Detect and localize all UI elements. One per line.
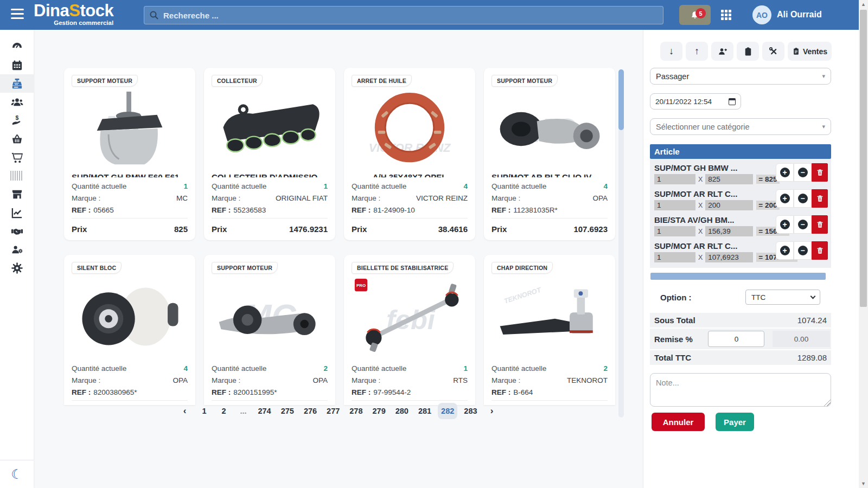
sidebar-item-statistics[interactable] bbox=[0, 203, 34, 222]
cart-item-qty-input[interactable] bbox=[654, 200, 695, 210]
pagination-page[interactable]: 274 bbox=[254, 403, 274, 419]
note-input[interactable] bbox=[650, 373, 831, 407]
decrement-button[interactable]: − bbox=[794, 163, 812, 182]
grid-scrollbar[interactable] bbox=[618, 69, 624, 418]
clipboard-icon bbox=[743, 47, 753, 56]
product-card[interactable]: COLLECTEUR COLLECTEUR D'ADMISSION FIAT .… bbox=[204, 68, 335, 240]
chevron-down-icon: ▾ bbox=[822, 123, 825, 130]
product-ref: 05665 bbox=[93, 206, 114, 214]
page-scrollbar[interactable]: ▲ ▼ bbox=[859, 0, 868, 488]
increment-button[interactable]: + bbox=[776, 189, 794, 208]
pagination-page[interactable]: 280 bbox=[392, 403, 412, 419]
product-card[interactable]: BIELLETTE DE STABILISATRICE febiPRO BIE/… bbox=[344, 255, 475, 405]
pagination-page[interactable]: 275 bbox=[278, 403, 297, 419]
product-brand: VICTOR REINZ bbox=[416, 194, 468, 202]
cart-item-price-input[interactable] bbox=[705, 226, 753, 236]
increment-button[interactable]: + bbox=[776, 163, 794, 182]
sidebar-item-customers[interactable] bbox=[0, 93, 34, 111]
scroll-up-icon[interactable]: ▲ bbox=[859, 0, 868, 9]
cart-item-name: SUP/MOT AR RLT C... bbox=[654, 189, 771, 198]
category-select[interactable]: Sélectionner une catégorie▾ bbox=[650, 118, 831, 135]
user-name[interactable]: Ali Ourraid bbox=[777, 10, 822, 20]
option-select[interactable]: TTC bbox=[745, 290, 820, 305]
product-image: MC bbox=[492, 89, 608, 169]
add-customer-button[interactable] bbox=[711, 42, 733, 61]
decrement-button[interactable]: − bbox=[794, 241, 812, 260]
sidebar-item-cash-register[interactable] bbox=[0, 74, 34, 93]
pagination-page[interactable]: 279 bbox=[369, 403, 389, 419]
pagination-page-active[interactable]: 282 bbox=[438, 403, 457, 419]
pagination-page[interactable]: 281 bbox=[415, 403, 435, 419]
product-image: MC bbox=[212, 276, 328, 356]
product-card[interactable]: SILENT BLOC febi S/B ESSIEU RLT TWINGO N… bbox=[64, 255, 195, 405]
decrement-button[interactable]: − bbox=[794, 189, 812, 208]
delete-item-button[interactable] bbox=[812, 215, 828, 234]
notifications-button[interactable]: 5 bbox=[679, 5, 711, 25]
increment-button[interactable]: + bbox=[776, 215, 794, 234]
cart-item-qty-input[interactable] bbox=[654, 174, 695, 184]
product-quantity: 2 bbox=[323, 364, 328, 373]
sidebar-item-store[interactable] bbox=[0, 185, 34, 203]
menu-icon[interactable] bbox=[11, 9, 25, 21]
cart-item-price-input[interactable] bbox=[705, 174, 753, 184]
pagination-page[interactable]: 283 bbox=[461, 403, 480, 419]
page-scrollbar-thumb[interactable] bbox=[860, 10, 867, 307]
dark-mode-icon[interactable]: ☾ bbox=[11, 468, 23, 481]
cart-item-qty-input[interactable] bbox=[654, 226, 695, 236]
product-card[interactable]: ARRET DE HUILE VICTOR REINZ A/H 35X48X7 … bbox=[344, 68, 475, 240]
grid-scrollbar-thumb[interactable] bbox=[618, 69, 624, 130]
sidebar-item-cart[interactable] bbox=[0, 148, 34, 166]
sidebar-item-payments[interactable]: $ bbox=[0, 111, 34, 130]
clipboard-button[interactable] bbox=[737, 42, 759, 61]
sidebar-item-settings[interactable] bbox=[0, 259, 34, 277]
customer-select[interactable]: Passager▾ bbox=[650, 68, 831, 85]
pagination-next[interactable]: › bbox=[484, 403, 500, 419]
cart-item-price-input[interactable] bbox=[705, 200, 753, 210]
tools-button[interactable] bbox=[762, 42, 784, 61]
chart-line-icon bbox=[11, 207, 23, 219]
pagination-page[interactable]: 278 bbox=[346, 403, 366, 419]
product-card[interactable]: SUPPORT MOTEUR MC SUP/MOT AR RLT CLIO IV… bbox=[484, 68, 615, 240]
download-button[interactable]: ↓ bbox=[660, 42, 682, 61]
product-price: 107.6923 bbox=[573, 224, 608, 234]
sidebar-item-dashboard[interactable] bbox=[0, 37, 34, 56]
datetime-input[interactable]: 20/11/2022 12:54 bbox=[650, 93, 741, 110]
delete-item-button[interactable] bbox=[812, 163, 828, 182]
scroll-down-icon[interactable]: ▼ bbox=[859, 479, 868, 488]
users-icon bbox=[11, 96, 23, 108]
sidebar-item-calendar[interactable] bbox=[0, 56, 34, 74]
cart-item-price-input[interactable] bbox=[705, 252, 753, 262]
decrement-button[interactable]: − bbox=[794, 215, 812, 234]
annuler-button[interactable]: Annuler bbox=[652, 413, 705, 431]
cart-item-name: SUP/MOT AR RLT C... bbox=[654, 241, 771, 251]
payer-button[interactable]: Payer bbox=[716, 413, 754, 431]
sidebar-item-team[interactable] bbox=[0, 240, 34, 259]
pagination-page[interactable]: 277 bbox=[323, 403, 343, 419]
sidebar-item-partners[interactable] bbox=[0, 222, 34, 240]
remise-input[interactable] bbox=[708, 331, 764, 347]
pagination-page[interactable]: 1 bbox=[196, 403, 212, 419]
apps-grid-icon[interactable] bbox=[721, 10, 732, 21]
cart-horizontal-scrollbar[interactable] bbox=[650, 273, 826, 280]
increment-button[interactable]: + bbox=[776, 241, 794, 260]
sidebar-item-basket[interactable] bbox=[0, 130, 34, 148]
pagination-prev[interactable]: ‹ bbox=[176, 403, 193, 419]
product-card[interactable]: CHAP DIRECTION TEKNOROT CHAP/DIR BMW 5 E… bbox=[484, 255, 615, 405]
dashboard-icon bbox=[11, 41, 23, 53]
search-input[interactable] bbox=[163, 11, 658, 20]
ventes-button[interactable]: Ventes bbox=[788, 42, 832, 61]
search-bar[interactable] bbox=[144, 6, 663, 24]
product-card[interactable]: SUPPORT MOTEUR MC SUP/MOT GH BMW E60 E61… bbox=[64, 68, 195, 240]
sidebar-item-barcode[interactable] bbox=[0, 166, 34, 185]
avatar[interactable]: AO bbox=[752, 5, 771, 24]
delete-item-button[interactable] bbox=[812, 241, 828, 260]
cart-item-qty-input[interactable] bbox=[654, 252, 695, 262]
upload-button[interactable]: ↑ bbox=[686, 42, 708, 61]
product-quantity: 1 bbox=[463, 364, 468, 373]
delete-item-button[interactable] bbox=[812, 189, 828, 208]
product-card[interactable]: SUPPORT MOTEUR MC SUP/MOT AR RLT CLIO II… bbox=[204, 255, 335, 405]
cart-icon bbox=[11, 151, 23, 164]
product-category-badge: SILENT BLOC bbox=[72, 262, 122, 274]
pagination-page[interactable]: 2 bbox=[215, 403, 232, 419]
pagination-page[interactable]: 276 bbox=[301, 403, 320, 419]
